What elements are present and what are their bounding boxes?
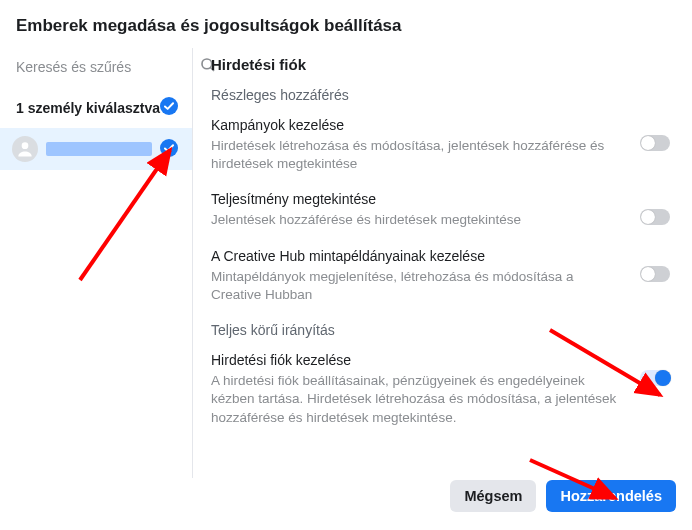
- toggle-performance[interactable]: [640, 209, 670, 225]
- search-input[interactable]: [16, 59, 191, 75]
- cancel-button[interactable]: Mégsem: [450, 480, 536, 512]
- sidebar: 1 személy kiválasztva: [0, 48, 193, 478]
- perm-desc: A hirdetési fiók beállításainak, pénzügy…: [211, 372, 626, 427]
- perm-desc: Jelentések hozzáférése és hirdetések meg…: [211, 211, 626, 229]
- footer-actions: Mégsem Hozzárendelés: [434, 468, 692, 524]
- perm-creativehub: A Creative Hub mintapéldányainak kezelés…: [211, 248, 670, 304]
- perm-adaccount: Hirdetési fiók kezelése A hirdetési fiók…: [211, 352, 670, 427]
- svg-point-4: [160, 139, 178, 157]
- toggle-adaccount[interactable]: [640, 370, 670, 386]
- selected-count-row: 1 személy kiválasztva: [0, 87, 192, 128]
- dialog-title: Emberek megadása és jogosultságok beállí…: [0, 0, 692, 48]
- assign-button[interactable]: Hozzárendelés: [546, 480, 676, 512]
- perm-title: Teljesítmény megtekintése: [211, 191, 626, 207]
- main-heading: Hirdetési fiók: [211, 56, 670, 73]
- perm-title: Kampányok kezelése: [211, 117, 626, 133]
- person-row[interactable]: [0, 128, 192, 170]
- perm-desc: Hirdetések létrehozása és módosítása, je…: [211, 137, 626, 173]
- section-title-full: Teljes körű irányítás: [211, 322, 670, 338]
- main-panel: Hirdetési fiók Részleges hozzáférés Kamp…: [193, 48, 692, 478]
- perm-campaigns: Kampányok kezelése Hirdetések létrehozás…: [211, 117, 670, 173]
- toggle-campaigns[interactable]: [640, 135, 670, 151]
- perm-desc: Mintapéldányok megjelenítése, létrehozás…: [211, 268, 626, 304]
- avatar: [12, 136, 38, 162]
- perm-performance: Teljesítmény megtekintése Jelentések hoz…: [211, 191, 670, 229]
- section-title-partial: Részleges hozzáférés: [211, 87, 670, 103]
- check-icon: [160, 139, 178, 160]
- selected-count-label: 1 személy kiválasztva: [16, 100, 160, 116]
- perm-title: Hirdetési fiók kezelése: [211, 352, 626, 368]
- toggle-creativehub[interactable]: [640, 266, 670, 282]
- svg-point-3: [22, 142, 29, 149]
- perm-title: A Creative Hub mintapéldányainak kezelés…: [211, 248, 626, 264]
- person-name: [46, 142, 152, 156]
- check-icon: [160, 97, 178, 118]
- svg-point-2: [160, 97, 178, 115]
